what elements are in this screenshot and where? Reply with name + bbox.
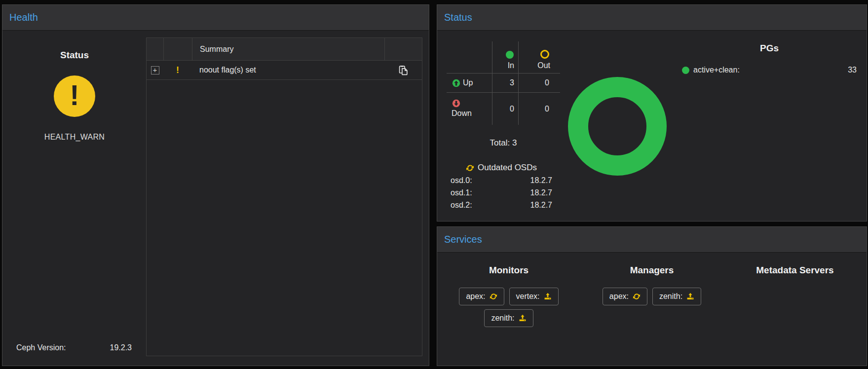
actions-column-header bbox=[384, 38, 422, 60]
summary-table-header: Summary bbox=[147, 38, 422, 61]
health-warning-circle-icon: ! bbox=[54, 75, 95, 117]
refresh-icon bbox=[633, 293, 641, 300]
services-columns: Monitors apex: vertex: bbox=[437, 253, 867, 366]
refresh-icon bbox=[466, 164, 474, 172]
up-label: Up bbox=[463, 78, 473, 87]
monitor-name: vertex: bbox=[516, 292, 540, 301]
pgs-heading: PGs bbox=[682, 43, 857, 54]
osd-inout-table: In Out Up 3 0 Down bbox=[447, 41, 560, 125]
metadata-servers-heading: Metadata Servers bbox=[756, 265, 833, 276]
ceph-version-label: Ceph Version: bbox=[16, 343, 66, 352]
health-summary-table: Summary + ! noout flag(s) set bbox=[146, 37, 422, 356]
monitors-buttons: apex: vertex: zenith bbox=[447, 288, 571, 327]
osd-total-line: Total: 3 bbox=[447, 138, 560, 148]
out-ring-icon bbox=[540, 50, 549, 59]
upload-icon bbox=[519, 314, 527, 322]
managers-buttons: apex: zenith: bbox=[603, 288, 701, 305]
expander-column-header bbox=[147, 38, 163, 60]
manager-name: zenith: bbox=[659, 292, 682, 301]
status-panel: Status In Out Up 3 0 bbox=[437, 4, 867, 221]
row-summary-text: noout flag(s) set bbox=[192, 66, 384, 74]
osd-down-row-label: Down bbox=[447, 92, 492, 125]
expander-cell: + bbox=[147, 66, 163, 74]
status-panel-title: Status bbox=[444, 12, 472, 23]
pg-state-dot-icon bbox=[682, 67, 689, 74]
osd-version: 18.2.7 bbox=[530, 176, 552, 185]
refresh-icon bbox=[490, 293, 497, 300]
summary-column-header: Summary bbox=[192, 38, 384, 60]
osd-total-label: Total: bbox=[490, 138, 510, 148]
manager-name: apex: bbox=[609, 292, 629, 301]
manager-zenith-button[interactable]: zenith: bbox=[652, 288, 701, 305]
upload-icon bbox=[544, 293, 552, 300]
osd-down-in-value: 0 bbox=[492, 92, 518, 125]
in-dot-icon bbox=[506, 51, 514, 59]
health-status-heading: Status bbox=[2, 50, 147, 61]
row-warning-icon: ! bbox=[163, 65, 192, 75]
outdated-osd-row: osd.1: 18.2.7 bbox=[451, 188, 552, 197]
ceph-version-row: Ceph Version: 19.2.3 bbox=[16, 343, 132, 352]
services-panel-body: Monitors apex: vertex: bbox=[437, 253, 867, 366]
warning-exclamation-glyph: ! bbox=[70, 81, 79, 112]
osd-down-icon bbox=[452, 99, 460, 108]
status-panel-header: Status bbox=[437, 5, 867, 31]
outdated-osds-block: Outdated OSDs osd.0: 18.2.7 osd.1: 18.2.… bbox=[451, 163, 552, 210]
osd-up-out-value: 0 bbox=[518, 73, 560, 92]
osd-name: osd.2: bbox=[451, 201, 472, 210]
health-status-value: HEALTH_WARN bbox=[2, 133, 147, 142]
in-header-label: In bbox=[508, 61, 514, 70]
ceph-version-value: 19.2.3 bbox=[110, 343, 132, 352]
down-label: Down bbox=[452, 108, 492, 119]
osd-version: 18.2.7 bbox=[530, 188, 552, 197]
severity-column-header bbox=[163, 38, 192, 60]
osd-down-out-value: 0 bbox=[518, 92, 560, 125]
osd-table-corner bbox=[447, 41, 492, 73]
out-header-label: Out bbox=[537, 61, 550, 70]
managers-column: Managers apex: zenith: bbox=[580, 253, 723, 366]
health-status-block: Status ! HEALTH_WARN bbox=[2, 31, 147, 142]
osd-up-icon bbox=[452, 79, 460, 87]
osd-version: 18.2.7 bbox=[530, 201, 552, 210]
services-panel-header: Services bbox=[437, 227, 867, 253]
monitor-zenith-button[interactable]: zenith: bbox=[484, 309, 533, 327]
upload-icon bbox=[686, 293, 694, 300]
expand-row-icon[interactable]: + bbox=[151, 66, 159, 74]
monitor-apex-button[interactable]: apex: bbox=[459, 288, 504, 305]
osd-in-header: In bbox=[492, 41, 518, 73]
pgs-block: PGs active+clean: 33 bbox=[682, 43, 857, 74]
managers-heading: Managers bbox=[630, 265, 674, 276]
health-panel-title: Health bbox=[9, 12, 38, 23]
pg-state-value: 33 bbox=[848, 66, 857, 74]
services-panel: Services Monitors apex: vertex: bbox=[437, 226, 867, 366]
osd-total-value: 3 bbox=[512, 138, 517, 148]
health-panel-body: Status ! HEALTH_WARN Summary + ! noout f… bbox=[2, 31, 429, 366]
monitor-vertex-button[interactable]: vertex: bbox=[509, 288, 559, 305]
health-panel-header: Health bbox=[2, 5, 429, 31]
monitor-name: apex: bbox=[466, 292, 485, 301]
outdated-osds-heading: Outdated OSDs bbox=[478, 163, 537, 173]
pg-donut-chart bbox=[568, 77, 667, 176]
pg-state-label: active+clean: bbox=[693, 66, 740, 74]
osd-up-row-label: Up bbox=[447, 73, 492, 92]
monitors-heading: Monitors bbox=[489, 265, 528, 276]
osd-name: osd.0: bbox=[451, 176, 472, 185]
monitor-name: zenith: bbox=[491, 314, 514, 323]
services-panel-title: Services bbox=[444, 234, 482, 245]
copy-cell bbox=[384, 65, 422, 75]
summary-table-row[interactable]: + ! noout flag(s) set bbox=[147, 61, 422, 80]
manager-apex-button[interactable]: apex: bbox=[603, 288, 647, 305]
osd-up-in-value: 3 bbox=[492, 73, 518, 92]
health-panel: Health Status ! HEALTH_WARN Summary + ! … bbox=[2, 4, 429, 366]
outdated-osd-row: osd.2: 18.2.7 bbox=[451, 201, 552, 210]
ceph-dashboard: { "colors": { "accent_blue": "#4aa0e4", … bbox=[0, 0, 868, 369]
monitors-column: Monitors apex: vertex: bbox=[437, 253, 580, 366]
osd-out-header: Out bbox=[518, 41, 560, 73]
osd-name: osd.1: bbox=[451, 188, 472, 197]
copy-icon[interactable] bbox=[398, 65, 409, 75]
pg-legend-row: active+clean: 33 bbox=[682, 66, 857, 74]
status-panel-body: In Out Up 3 0 Down bbox=[437, 31, 867, 221]
outdated-osds-heading-row: Outdated OSDs bbox=[451, 163, 552, 173]
outdated-osd-row: osd.0: 18.2.7 bbox=[451, 176, 552, 185]
metadata-servers-column: Metadata Servers bbox=[723, 253, 867, 366]
